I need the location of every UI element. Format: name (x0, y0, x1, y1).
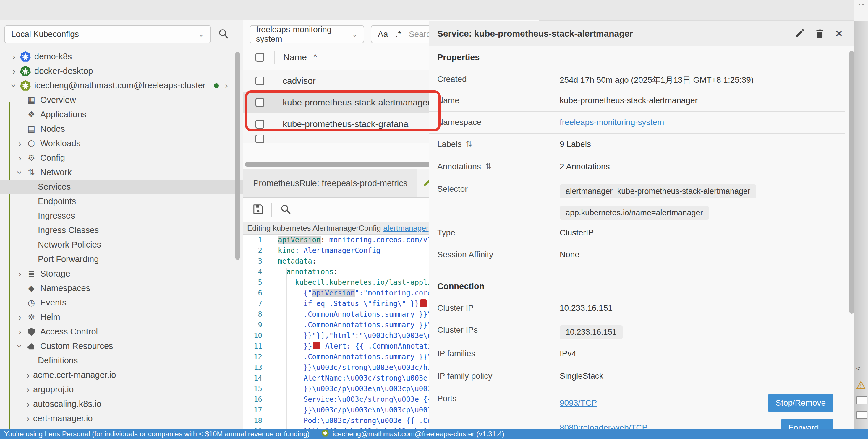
code-text: annotations: (268, 267, 338, 277)
detail-row-session-affinity: Session AffinityNone (429, 244, 845, 275)
network-icon: ⇅ (25, 168, 38, 177)
chevron-right-icon[interactable]: › (15, 269, 25, 279)
row-label: Namespace (437, 117, 481, 127)
sidebar-item-autoscaling-k8s-io[interactable]: ›autoscaling.k8s.io (0, 397, 243, 411)
sidebar-item-namespaces[interactable]: ◆Namespaces (0, 281, 243, 296)
sidebar-item-storage[interactable]: ›≣Storage (0, 267, 243, 281)
namespace-dropdown-value: freeleaps-monitoring-system (256, 25, 352, 44)
chevron-down-icon[interactable]: › (15, 168, 25, 177)
sidebar-item-workloads[interactable]: ›⬡Workloads (0, 136, 243, 151)
background-window-edge: ‐ ‐ (855, 0, 868, 21)
search-icon[interactable] (218, 28, 229, 41)
code-text: kind: AlertmanagerConfig (268, 245, 380, 256)
editing-resource-link[interactable]: alertmanager (383, 224, 428, 233)
row-value: alertmanager=kube-prometheus-stack-alert… (560, 184, 845, 222)
sidebar-item-ingresses[interactable]: Ingresses (0, 209, 243, 223)
row-checkbox[interactable] (255, 76, 264, 86)
top-tab-strip (0, 0, 868, 20)
services-toolbar: freeleaps-monitoring-system ⌄ Aa .* Sear… (250, 25, 442, 44)
column-header-name[interactable]: Name (283, 52, 307, 62)
sidebar-item-events[interactable]: ◷Events (0, 296, 243, 310)
code-text: Pod:\u003c/strong\u003e {{ .Com (268, 415, 436, 426)
dock-tab-prometheusrule[interactable]: PrometheusRule: freepeals-prod-metrics (243, 169, 417, 197)
sidebar-item-acme-cert-manager-io[interactable]: ›acme.cert-manager.io (0, 368, 243, 382)
chevron-down-icon[interactable]: › (9, 81, 19, 91)
sidebar-item-ingress-classes[interactable]: Ingress Classes (0, 223, 243, 238)
navigator-sidebar: Local Kubeconfigs ⌄ ›demo-k8s›docker-des… (0, 20, 243, 429)
row-checkbox[interactable] (255, 135, 264, 143)
sidebar-item-network[interactable]: ›⇅Network (0, 165, 243, 180)
close-icon[interactable]: ✕ (835, 28, 843, 39)
chevron-right-icon[interactable]: › (9, 66, 19, 76)
port-link[interactable]: 8080:reloader-web/TCP (560, 423, 647, 429)
sidebar-item-endpoints[interactable]: Endpoints (0, 194, 243, 209)
sidebar-item-label: Workloads (40, 139, 81, 148)
edit-pencil-icon[interactable] (794, 28, 805, 39)
sidebar-item-port-forwarding[interactable]: Port Forwarding (0, 252, 243, 267)
detail-header: Service: kube-prometheus-stack-alertmana… (429, 21, 855, 46)
trash-icon[interactable] (815, 29, 825, 39)
namespace-dropdown[interactable]: freeleaps-monitoring-system ⌄ (250, 25, 364, 43)
sort-toggle-icon[interactable]: ⇅ (466, 139, 472, 148)
row-value: 10.233.16.151 (560, 325, 845, 343)
chevron-right-icon[interactable]: › (23, 414, 33, 424)
save-icon[interactable] (252, 204, 264, 216)
chevron-right-icon[interactable]: › (9, 52, 19, 62)
sidebar-item-custom-resources[interactable]: ›Custom Resources (0, 339, 243, 353)
cut-off-field (856, 397, 867, 404)
sidebar-item-configuration-konghq-com[interactable]: ›configuration.konghq.com (0, 426, 243, 429)
sidebar-item-helm[interactable]: ›☸Helm (0, 310, 243, 325)
sidebar-item-docker-desktop[interactable]: ›docker-desktop (0, 64, 243, 78)
namespace-link[interactable]: freeleaps-monitoring-system (560, 117, 664, 127)
sidebar-item-icecheng-mathmast-com-freeleaps-cluster[interactable]: ›icecheng@mathmast.com@freeleaps-cluster… (0, 78, 243, 93)
select-all-checkbox[interactable] (255, 53, 264, 62)
line-number: 7 (243, 298, 268, 309)
chevron-right-icon[interactable]: › (15, 327, 25, 337)
chevron-right-icon[interactable]: › (15, 139, 25, 148)
forward--button[interactable]: Forward... (781, 418, 833, 429)
sidebar-item-network-policies[interactable]: Network Policies (0, 238, 243, 252)
sidebar-item-applications[interactable]: ❖Applications (0, 107, 243, 122)
sidebar-item-config[interactable]: ›⚙Config (0, 151, 243, 165)
sidebar-item-overview[interactable]: ▦Overview (0, 93, 243, 107)
row-label: IP families (437, 349, 475, 358)
value-pill: alertmanager=kube-prometheus-stack-alert… (560, 184, 756, 198)
stop-remove-button[interactable]: Stop/Remove (768, 394, 833, 412)
regex-icon[interactable]: .* (396, 30, 401, 39)
port-link[interactable]: 9093/TCP (560, 398, 597, 408)
kubernetes-icon (19, 80, 32, 91)
events-icon: ◷ (25, 298, 38, 308)
sidebar-item-label: autoscaling.k8s.io (33, 399, 101, 409)
chevron-right-icon[interactable]: › (15, 153, 25, 163)
value-pill: 10.233.16.151 (560, 325, 623, 339)
sidebar-item-label: Events (40, 298, 66, 308)
sidebar-item-access-control[interactable]: ›Access Control (0, 325, 243, 339)
chevron-down-icon[interactable]: › (15, 341, 25, 351)
sidebar-item-cert-manager-io[interactable]: ›cert-manager.io (0, 411, 243, 426)
chevron-right-icon[interactable]: › (23, 370, 33, 380)
kubeconfig-dropdown[interactable]: Local Kubeconfigs ⌄ (4, 25, 211, 43)
chevron-right-icon[interactable]: › (225, 81, 228, 91)
chevron-down-icon: ⌄ (198, 30, 204, 38)
row-checkbox[interactable] (255, 120, 264, 129)
sidebar-item-demo-k8s[interactable]: ›demo-k8s (0, 49, 243, 64)
editor-search-icon[interactable] (280, 203, 291, 216)
sort-toggle-icon[interactable]: ⇅ (485, 162, 492, 171)
sidebar-item-services[interactable]: Services (0, 180, 243, 194)
sidebar-item-argoproj-io[interactable]: ›argoproj.io (0, 382, 243, 397)
match-case-icon[interactable]: Aa (378, 30, 388, 39)
detail-row-type: TypeClusterIP (429, 222, 845, 244)
detail-scrollbar[interactable] (849, 51, 854, 314)
sidebar-item-definitions[interactable]: Definitions (0, 353, 243, 368)
sidebar-scrollbar[interactable] (235, 52, 240, 260)
chevron-right-icon[interactable]: › (23, 385, 33, 395)
line-number: 17 (243, 405, 268, 415)
chevron-right-icon[interactable]: › (23, 399, 33, 409)
row-checkbox[interactable] (255, 98, 264, 107)
detail-row-ip-families: IP familiesIPv4 (429, 343, 845, 365)
sidebar-item-nodes[interactable]: ▤Nodes (0, 122, 243, 136)
cluster-status[interactable]: icecheng@mathmast.com@freeleaps-cluster … (321, 429, 504, 439)
sort-asc-icon[interactable]: ^ (313, 53, 317, 62)
chevron-right-icon[interactable]: › (15, 312, 25, 322)
detail-row-ip-family-policy: IP family policySingleStack (429, 365, 845, 388)
